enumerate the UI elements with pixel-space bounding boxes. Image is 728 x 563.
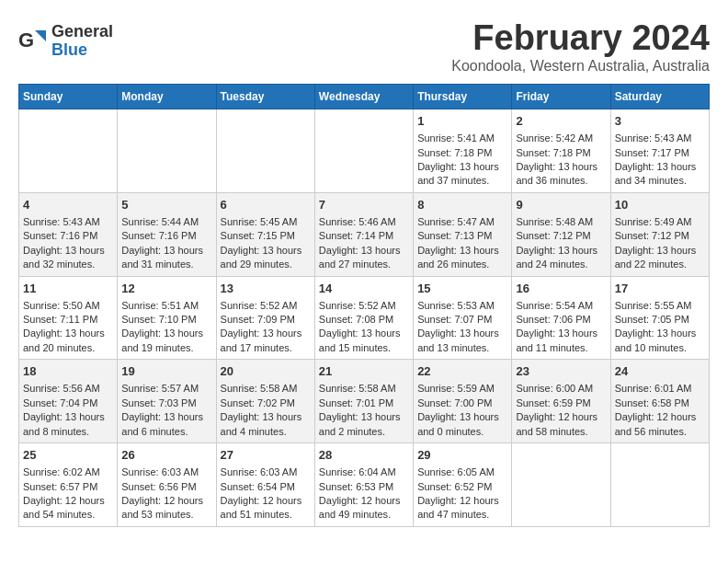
weekday-header-wednesday: Wednesday xyxy=(314,85,413,109)
weekday-header-tuesday: Tuesday xyxy=(216,85,314,109)
day-content: Sunrise: 5:51 AM xyxy=(121,299,211,313)
day-content: and 17 minutes. xyxy=(221,341,311,355)
day-content: and 31 minutes. xyxy=(121,258,211,271)
day-content: Sunrise: 6:05 AM xyxy=(417,465,507,479)
day-number: 18 xyxy=(23,363,113,380)
weekday-header-sunday: Sunday xyxy=(19,85,118,109)
weekday-header-thursday: Thursday xyxy=(414,85,512,109)
day-number: 19 xyxy=(121,363,211,380)
day-number: 27 xyxy=(221,447,311,464)
day-content: Daylight: 13 hours xyxy=(23,244,113,258)
day-content: Sunrise: 6:03 AM xyxy=(121,465,211,479)
day-content: Sunset: 7:16 PM xyxy=(121,229,211,243)
header-right: February 2024 Koondoola, Western Austral… xyxy=(18,18,710,75)
day-content: Sunrise: 5:43 AM xyxy=(23,215,113,229)
calendar-cell: 15Sunrise: 5:53 AMSunset: 7:07 PMDayligh… xyxy=(414,276,512,360)
day-content: Sunrise: 6:02 AM xyxy=(23,465,113,479)
day-content: Sunrise: 5:56 AM xyxy=(23,382,113,396)
day-content: Sunrise: 5:49 AM xyxy=(615,215,705,229)
week-row-0: 1Sunrise: 5:41 AMSunset: 7:18 PMDaylight… xyxy=(19,109,710,193)
day-content: Daylight: 13 hours xyxy=(516,244,606,258)
weekday-header-friday: Friday xyxy=(512,85,610,109)
day-number: 7 xyxy=(319,197,409,213)
calendar-cell: 29Sunrise: 6:05 AMSunset: 6:52 PMDayligh… xyxy=(414,443,512,527)
day-content: Sunset: 7:00 PM xyxy=(417,396,507,410)
day-number: 5 xyxy=(121,197,211,213)
svg-text:G: G xyxy=(18,29,34,52)
day-number: 1 xyxy=(417,113,507,130)
day-number: 17 xyxy=(615,281,705,297)
location-title: Koondoola, Western Australia, Australia xyxy=(18,58,710,75)
calendar-cell: 18Sunrise: 5:56 AMSunset: 7:04 PMDayligh… xyxy=(19,360,118,443)
day-content: Daylight: 13 hours xyxy=(417,160,507,174)
day-number: 3 xyxy=(615,113,705,130)
day-content: and 10 minutes. xyxy=(615,341,705,355)
calendar-cell: 7Sunrise: 5:46 AMSunset: 7:14 PMDaylight… xyxy=(314,192,413,276)
calendar-cell xyxy=(314,109,413,193)
day-number: 24 xyxy=(615,363,705,380)
calendar-cell: 22Sunrise: 5:59 AMSunset: 7:00 PMDayligh… xyxy=(414,360,512,443)
day-content: Daylight: 13 hours xyxy=(319,244,409,258)
day-content: Daylight: 13 hours xyxy=(121,244,211,258)
day-content: and 13 minutes. xyxy=(417,341,507,355)
day-content: Sunrise: 5:52 AM xyxy=(319,299,409,313)
day-content: and 56 minutes. xyxy=(615,425,705,439)
day-content: Sunset: 7:04 PM xyxy=(23,396,113,410)
day-content: Sunrise: 6:01 AM xyxy=(615,382,705,396)
day-content: Sunset: 7:18 PM xyxy=(516,146,606,160)
day-content: Sunrise: 6:04 AM xyxy=(319,465,409,479)
day-number: 20 xyxy=(221,363,311,380)
day-content: Sunrise: 5:53 AM xyxy=(417,299,507,313)
day-number: 11 xyxy=(23,281,113,297)
day-content: Sunset: 7:13 PM xyxy=(417,229,507,243)
day-content: and 24 minutes. xyxy=(516,258,606,271)
day-content: and 58 minutes. xyxy=(516,425,606,439)
calendar-cell: 10Sunrise: 5:49 AMSunset: 7:12 PMDayligh… xyxy=(610,192,709,276)
day-content: Sunrise: 5:57 AM xyxy=(121,382,211,396)
day-content: Daylight: 13 hours xyxy=(417,244,507,258)
calendar-cell: 13Sunrise: 5:52 AMSunset: 7:09 PMDayligh… xyxy=(216,276,314,360)
calendar-cell: 24Sunrise: 6:01 AMSunset: 6:58 PMDayligh… xyxy=(610,360,709,443)
day-content: Daylight: 13 hours xyxy=(615,244,705,258)
day-content: Daylight: 13 hours xyxy=(121,327,211,340)
weekday-header-saturday: Saturday xyxy=(610,85,709,109)
day-number: 8 xyxy=(417,197,507,213)
calendar-cell: 2Sunrise: 5:42 AMSunset: 7:18 PMDaylight… xyxy=(512,109,610,193)
day-number: 16 xyxy=(516,281,606,297)
day-number: 26 xyxy=(121,447,211,464)
calendar-cell: 16Sunrise: 5:54 AMSunset: 7:06 PMDayligh… xyxy=(512,276,610,360)
day-content: Sunrise: 5:55 AM xyxy=(615,299,705,313)
day-content: Sunset: 6:54 PM xyxy=(221,480,311,494)
calendar-cell: 1Sunrise: 5:41 AMSunset: 7:18 PMDaylight… xyxy=(414,109,512,193)
day-number: 22 xyxy=(417,363,507,380)
day-content: Sunrise: 5:42 AM xyxy=(516,132,606,145)
week-row-4: 25Sunrise: 6:02 AMSunset: 6:57 PMDayligh… xyxy=(19,443,710,527)
day-content: Daylight: 12 hours xyxy=(615,410,705,424)
day-number: 13 xyxy=(221,281,311,297)
day-content: Sunrise: 5:48 AM xyxy=(516,215,606,229)
day-content: Sunrise: 6:00 AM xyxy=(516,382,606,396)
day-content: Sunrise: 5:43 AM xyxy=(615,132,705,145)
calendar-cell: 20Sunrise: 5:58 AMSunset: 7:02 PMDayligh… xyxy=(216,360,314,443)
day-content: Sunset: 6:56 PM xyxy=(121,480,211,494)
day-content: Daylight: 13 hours xyxy=(319,410,409,424)
week-row-2: 11Sunrise: 5:50 AMSunset: 7:11 PMDayligh… xyxy=(19,276,710,360)
day-content: Sunset: 7:08 PM xyxy=(319,313,409,327)
day-content: Sunset: 7:12 PM xyxy=(516,229,606,243)
day-number: 21 xyxy=(319,363,409,380)
svg-marker-1 xyxy=(35,30,46,41)
day-content: and 8 minutes. xyxy=(23,425,113,439)
day-content: Sunset: 7:01 PM xyxy=(319,396,409,410)
calendar-cell: 5Sunrise: 5:44 AMSunset: 7:16 PMDaylight… xyxy=(118,192,216,276)
weekday-header-monday: Monday xyxy=(118,85,216,109)
day-content: and 53 minutes. xyxy=(121,508,211,522)
month-title: February 2024 xyxy=(18,18,710,58)
calendar-cell: 23Sunrise: 6:00 AMSunset: 6:59 PMDayligh… xyxy=(512,360,610,443)
day-content: Daylight: 13 hours xyxy=(417,327,507,340)
calendar-cell: 12Sunrise: 5:51 AMSunset: 7:10 PMDayligh… xyxy=(118,276,216,360)
day-number: 28 xyxy=(319,447,409,464)
calendar-cell xyxy=(216,109,314,193)
day-content: Sunset: 7:10 PM xyxy=(121,313,211,327)
day-content: and 32 minutes. xyxy=(23,258,113,271)
week-row-3: 18Sunrise: 5:56 AMSunset: 7:04 PMDayligh… xyxy=(19,360,710,443)
